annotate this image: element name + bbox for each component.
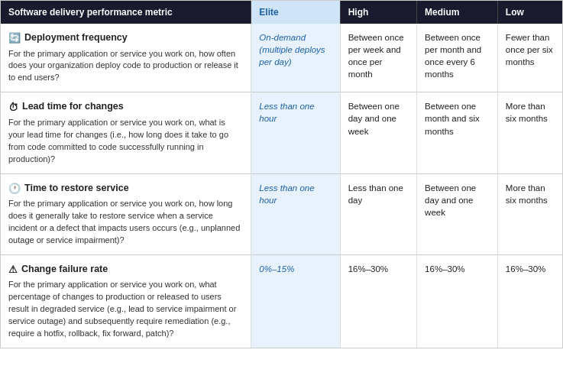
low-cell-lead-time: More than six months — [497, 92, 562, 173]
table-row: 🔄 Deployment frequency For the primary a… — [1, 24, 562, 92]
col-header-low: Low — [497, 1, 562, 24]
metric-icon: 🔄 — [8, 33, 21, 43]
low-cell-change-failure-rate: 16%–30% — [497, 254, 562, 348]
metric-cell-deployment-frequency: 🔄 Deployment frequency For the primary a… — [1, 24, 251, 92]
col-header-metric: Software delivery performance metric — [1, 1, 251, 24]
elite-cell-time-to-restore: Less than one hour — [251, 173, 340, 254]
low-cell-deployment-frequency: Fewer than once per six months — [497, 24, 562, 92]
metric-description: For the primary application or service y… — [8, 48, 243, 85]
metric-name: Deployment frequency — [24, 31, 128, 45]
low-cell-time-to-restore: More than six months — [497, 173, 562, 254]
metric-description: For the primary application or service y… — [8, 198, 243, 247]
high-cell-lead-time: Between one day and one week — [340, 92, 416, 173]
metric-cell-lead-time: ⏱ Lead time for changes For the primary … — [1, 92, 251, 173]
elite-cell-deployment-frequency: On-demand (multiple deploys per day) — [251, 24, 340, 92]
table-row: ⚠ Change failure rate For the primary ap… — [1, 254, 562, 348]
metric-icon: 🕐 — [8, 183, 21, 193]
metric-icon: ⚠ — [8, 264, 18, 274]
medium-cell-lead-time: Between one month and six months — [417, 92, 498, 173]
medium-cell-deployment-frequency: Between once per month and once every 6 … — [417, 24, 498, 92]
metric-title: 🔄 Deployment frequency — [8, 31, 243, 45]
high-cell-change-failure-rate: 16%–30% — [340, 254, 416, 348]
col-header-medium: Medium — [417, 1, 498, 24]
medium-cell-time-to-restore: Between one day and one week — [417, 173, 498, 254]
metric-name: Change failure rate — [21, 263, 108, 277]
high-cell-time-to-restore: Less than one day — [340, 173, 416, 254]
elite-cell-change-failure-rate: 0%–15% — [251, 254, 340, 348]
metric-title: 🕐 Time to restore service — [8, 182, 243, 196]
elite-cell-lead-time: Less than one hour — [251, 92, 340, 173]
metric-icon: ⏱ — [8, 102, 18, 112]
metric-description: For the primary application or service y… — [8, 279, 243, 340]
metric-name: Lead time for changes — [22, 100, 124, 114]
col-header-high: High — [340, 1, 416, 24]
metric-cell-change-failure-rate: ⚠ Change failure rate For the primary ap… — [1, 254, 251, 348]
metric-description: For the primary application or service y… — [8, 117, 243, 166]
metric-name: Time to restore service — [24, 182, 129, 196]
medium-cell-change-failure-rate: 16%–30% — [417, 254, 498, 348]
table-row: ⏱ Lead time for changes For the primary … — [1, 92, 562, 173]
metric-title: ⚠ Change failure rate — [8, 263, 243, 277]
metric-cell-time-to-restore: 🕐 Time to restore service For the primar… — [1, 173, 251, 254]
high-cell-deployment-frequency: Between once per week and once per month — [340, 24, 416, 92]
table-row: 🕐 Time to restore service For the primar… — [1, 173, 562, 254]
metric-title: ⏱ Lead time for changes — [8, 100, 243, 114]
col-header-elite: Elite — [251, 1, 340, 24]
performance-table: Software delivery performance metric Eli… — [0, 0, 563, 348]
